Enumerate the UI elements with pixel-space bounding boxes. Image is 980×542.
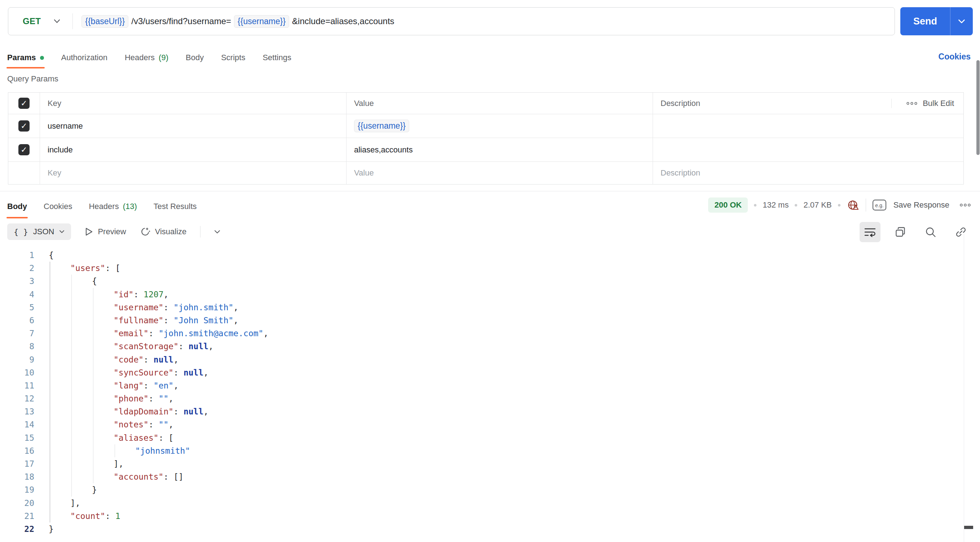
line-number: 17 — [0, 457, 34, 470]
token: : — [173, 368, 183, 377]
row-select-cell — [8, 162, 40, 184]
visualize-button[interactable]: Visualize — [140, 226, 187, 237]
row-checkbox[interactable]: ✓ — [18, 144, 30, 155]
code-text: "users": [ — [70, 262, 120, 275]
code-line: 22} — [0, 523, 964, 536]
param-key-cell[interactable]: username — [40, 114, 347, 138]
request-url-bar: GET {{baseUrl}}/v3/users/find?username={… — [8, 7, 895, 35]
bulk-edit-button[interactable]: Bulk Edit — [892, 99, 963, 108]
code-line: 3{ — [0, 275, 964, 288]
save-response-button[interactable]: Save Response — [894, 200, 949, 210]
tab-scripts[interactable]: Scripts — [221, 47, 245, 68]
url-path-text: /v3/users/find?username= — [131, 16, 231, 26]
token: "fullname" — [114, 316, 163, 325]
code-line: 14"notes": "", — [0, 418, 964, 431]
indent-guide — [72, 327, 72, 340]
link-icon — [955, 226, 967, 238]
token: , — [233, 316, 238, 325]
tab-count: (13) — [123, 202, 137, 211]
param-value-cell[interactable]: {{username}} — [347, 114, 653, 138]
line-number: 2 — [0, 262, 34, 275]
save-as-example-icon[interactable]: e.g. — [872, 199, 887, 211]
network-warning-icon[interactable] — [846, 199, 859, 211]
url-path-text: &include=aliases,accounts — [292, 16, 395, 26]
tab-authorization[interactable]: Authorization — [61, 47, 107, 68]
select-all-checkbox[interactable]: ✓ — [18, 98, 30, 109]
line-number: 18 — [0, 470, 34, 483]
line-number: 6 — [0, 314, 34, 327]
line-number: 7 — [0, 327, 34, 340]
bulk-edit-label: Bulk Edit — [923, 99, 954, 108]
line-number: 1 — [0, 249, 34, 262]
token: "John Smith" — [173, 316, 233, 325]
token: null — [183, 407, 204, 416]
dot-separator — [795, 204, 797, 207]
token: ], — [70, 498, 80, 508]
format-dropdown[interactable]: { } JSON — [7, 223, 71, 240]
param-description-cell[interactable] — [653, 138, 963, 161]
param-value-input[interactable]: Value — [347, 162, 653, 184]
wrap-text-icon — [864, 227, 876, 237]
pane-divider[interactable] — [0, 191, 980, 191]
tab-label: Scripts — [221, 53, 245, 62]
indent-guide — [72, 483, 72, 496]
token: : — [178, 342, 189, 351]
param-description-input[interactable]: Description — [653, 162, 963, 184]
search-button[interactable] — [920, 222, 941, 242]
param-value-cell[interactable]: aliases,accounts — [347, 138, 653, 161]
status-badge[interactable]: 200 OK — [708, 197, 748, 213]
indent-guide — [50, 497, 50, 510]
token: "scanStorage" — [114, 342, 178, 351]
preview-button[interactable]: Preview — [85, 227, 126, 237]
token: "phone" — [114, 394, 148, 403]
code-text: "count": 1 — [70, 510, 121, 523]
page-scrollbar-thumb[interactable] — [977, 60, 980, 155]
divider — [200, 226, 200, 237]
search-icon — [925, 226, 936, 238]
param-key-cell[interactable]: include — [40, 138, 347, 161]
send-options-button[interactable] — [950, 7, 973, 35]
line-number: 4 — [0, 288, 34, 301]
token: , — [169, 420, 173, 429]
tab-headers[interactable]: Headers(9) — [125, 47, 169, 68]
line-number: 13 — [0, 405, 34, 418]
column-header-key: Key — [40, 93, 347, 114]
param-key-input[interactable]: Key — [40, 162, 347, 184]
param-description-cell[interactable] — [653, 114, 963, 138]
editor-scrollbar-thumb[interactable] — [964, 526, 973, 529]
link-button[interactable] — [950, 222, 971, 242]
toolbar-chevron-down-icon[interactable] — [214, 230, 220, 234]
table-row: ✓includealiases,accounts — [8, 138, 963, 162]
indent-guide — [50, 392, 50, 405]
method-label: GET — [23, 16, 41, 26]
url-input[interactable]: {{baseUrl}}/v3/users/find?username={{use… — [73, 15, 394, 28]
indent-guide — [50, 353, 50, 366]
line-number: 21 — [0, 510, 34, 523]
row-checkbox[interactable]: ✓ — [18, 120, 30, 132]
wrap-text-button[interactable] — [859, 222, 880, 242]
token: } — [49, 525, 54, 534]
code-line: 21"count": 1 — [0, 510, 964, 523]
tab-params[interactable]: Params — [7, 47, 44, 68]
response-body-json[interactable]: 1{2"users": [3{4"id": 1207,5"username": … — [0, 249, 964, 536]
column-header-description: Description — [653, 99, 892, 108]
tab-body[interactable]: Body — [186, 47, 204, 68]
response-tab-cookies[interactable]: Cookies — [44, 195, 72, 218]
indent-guide — [50, 431, 50, 444]
visualize-label: Visualize — [155, 227, 187, 237]
send-button[interactable]: Send — [900, 7, 950, 35]
response-more-button[interactable] — [959, 203, 971, 207]
indent-guide — [72, 353, 72, 366]
token: "count" — [70, 511, 105, 521]
tab-settings[interactable]: Settings — [262, 47, 291, 68]
cookies-link[interactable]: Cookies — [939, 52, 970, 62]
indent-guide — [50, 327, 50, 340]
method-selector[interactable]: GET — [8, 8, 72, 35]
response-tab-test-results[interactable]: Test Results — [154, 195, 197, 218]
response-tab-headers[interactable]: Headers(13) — [89, 195, 137, 218]
tab-label: Body — [186, 53, 204, 62]
copy-button[interactable] — [890, 222, 911, 242]
token: "code" — [114, 355, 143, 364]
indent-guide — [72, 457, 72, 470]
response-tab-body[interactable]: Body — [7, 195, 27, 218]
